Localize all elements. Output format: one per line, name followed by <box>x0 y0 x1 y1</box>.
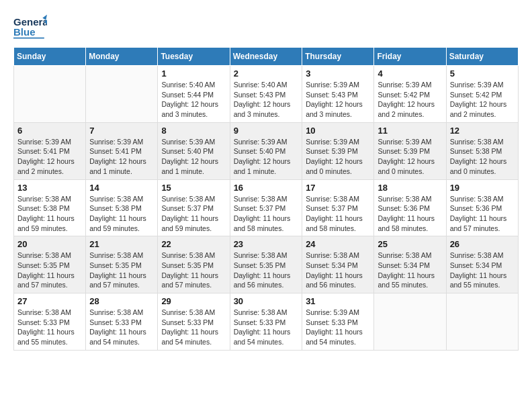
calendar-cell: 6Sunrise: 5:39 AM Sunset: 5:41 PM Daylig… <box>14 122 86 179</box>
calendar-cell: 4Sunrise: 5:39 AM Sunset: 5:42 PM Daylig… <box>374 66 446 123</box>
calendar-cell: 11Sunrise: 5:39 AM Sunset: 5:39 PM Dayli… <box>374 122 446 179</box>
day-number: 18 <box>378 183 442 193</box>
calendar-cell: 18Sunrise: 5:38 AM Sunset: 5:36 PM Dayli… <box>374 179 446 236</box>
day-info: Sunrise: 5:39 AM Sunset: 5:42 PM Dayligh… <box>450 80 515 120</box>
day-info: Sunrise: 5:38 AM Sunset: 5:33 PM Dayligh… <box>89 308 154 347</box>
day-info: Sunrise: 5:38 AM Sunset: 5:33 PM Dayligh… <box>161 308 226 347</box>
calendar-cell: 3Sunrise: 5:39 AM Sunset: 5:43 PM Daylig… <box>302 66 374 123</box>
calendar-cell: 19Sunrise: 5:38 AM Sunset: 5:36 PM Dayli… <box>446 179 518 236</box>
calendar-cell: 26Sunrise: 5:38 AM Sunset: 5:34 PM Dayli… <box>446 236 518 293</box>
day-number: 11 <box>378 126 442 136</box>
generalblue-logo-icon: General Blue <box>13 13 47 40</box>
day-number: 21 <box>89 239 154 249</box>
day-header-saturday: Saturday <box>446 48 518 66</box>
day-info: Sunrise: 5:38 AM Sunset: 5:38 PM Dayligh… <box>89 194 154 234</box>
day-number: 28 <box>89 296 154 306</box>
day-info: Sunrise: 5:39 AM Sunset: 5:39 PM Dayligh… <box>306 137 370 177</box>
day-number: 30 <box>234 296 299 306</box>
day-number: 4 <box>378 68 442 79</box>
calendar-week-row: 1Sunrise: 5:40 AM Sunset: 5:44 PM Daylig… <box>14 66 519 123</box>
calendar-table: SundayMondayTuesdayWednesdayThursdayFrid… <box>13 47 519 351</box>
calendar-cell: 12Sunrise: 5:38 AM Sunset: 5:38 PM Dayli… <box>446 122 518 179</box>
calendar-cell: 5Sunrise: 5:39 AM Sunset: 5:42 PM Daylig… <box>446 66 518 123</box>
day-info: Sunrise: 5:39 AM Sunset: 5:39 PM Dayligh… <box>378 137 442 177</box>
day-number: 2 <box>234 68 299 79</box>
day-number: 22 <box>161 239 226 249</box>
day-header-monday: Monday <box>86 48 158 66</box>
calendar-cell: 7Sunrise: 5:39 AM Sunset: 5:41 PM Daylig… <box>86 122 158 179</box>
day-info: Sunrise: 5:39 AM Sunset: 5:33 PM Dayligh… <box>306 308 370 347</box>
calendar-cell: 2Sunrise: 5:40 AM Sunset: 5:43 PM Daylig… <box>230 66 302 123</box>
day-info: Sunrise: 5:38 AM Sunset: 5:38 PM Dayligh… <box>17 194 82 234</box>
calendar-header-row: SundayMondayTuesdayWednesdayThursdayFrid… <box>14 48 519 66</box>
day-number: 20 <box>17 239 82 249</box>
day-header-friday: Friday <box>374 48 446 66</box>
calendar-cell: 27Sunrise: 5:38 AM Sunset: 5:33 PM Dayli… <box>14 293 86 351</box>
calendar-cell: 31Sunrise: 5:39 AM Sunset: 5:33 PM Dayli… <box>302 293 374 351</box>
calendar-cell: 16Sunrise: 5:38 AM Sunset: 5:37 PM Dayli… <box>230 179 302 236</box>
calendar-cell: 13Sunrise: 5:38 AM Sunset: 5:38 PM Dayli… <box>14 179 86 236</box>
day-info: Sunrise: 5:38 AM Sunset: 5:37 PM Dayligh… <box>161 194 226 234</box>
calendar-cell: 22Sunrise: 5:38 AM Sunset: 5:35 PM Dayli… <box>158 236 230 293</box>
logo: General Blue <box>13 13 50 40</box>
calendar-cell: 23Sunrise: 5:38 AM Sunset: 5:35 PM Dayli… <box>230 236 302 293</box>
calendar-cell: 15Sunrise: 5:38 AM Sunset: 5:37 PM Dayli… <box>158 179 230 236</box>
day-info: Sunrise: 5:38 AM Sunset: 5:36 PM Dayligh… <box>450 194 515 234</box>
day-info: Sunrise: 5:39 AM Sunset: 5:41 PM Dayligh… <box>89 137 154 177</box>
day-number: 15 <box>161 183 226 193</box>
day-info: Sunrise: 5:38 AM Sunset: 5:37 PM Dayligh… <box>234 194 299 234</box>
day-header-thursday: Thursday <box>302 48 374 66</box>
calendar-cell: 29Sunrise: 5:38 AM Sunset: 5:33 PM Dayli… <box>158 293 230 351</box>
day-info: Sunrise: 5:38 AM Sunset: 5:35 PM Dayligh… <box>17 250 82 290</box>
day-number: 29 <box>161 296 226 306</box>
day-number: 17 <box>306 183 370 193</box>
day-header-sunday: Sunday <box>14 48 86 66</box>
day-info: Sunrise: 5:38 AM Sunset: 5:34 PM Dayligh… <box>306 250 370 290</box>
day-info: Sunrise: 5:38 AM Sunset: 5:36 PM Dayligh… <box>378 194 442 234</box>
calendar-cell <box>446 293 518 351</box>
day-info: Sunrise: 5:38 AM Sunset: 5:35 PM Dayligh… <box>161 250 226 290</box>
calendar-week-row: 13Sunrise: 5:38 AM Sunset: 5:38 PM Dayli… <box>14 179 519 236</box>
day-number: 9 <box>234 126 299 136</box>
day-number: 10 <box>306 126 370 136</box>
calendar-cell: 17Sunrise: 5:38 AM Sunset: 5:37 PM Dayli… <box>302 179 374 236</box>
day-number: 7 <box>89 126 154 136</box>
day-info: Sunrise: 5:38 AM Sunset: 5:35 PM Dayligh… <box>234 250 299 290</box>
day-number: 1 <box>161 68 226 79</box>
calendar-week-row: 20Sunrise: 5:38 AM Sunset: 5:35 PM Dayli… <box>14 236 519 293</box>
day-number: 14 <box>89 183 154 193</box>
day-header-tuesday: Tuesday <box>158 48 230 66</box>
day-info: Sunrise: 5:39 AM Sunset: 5:40 PM Dayligh… <box>161 137 226 177</box>
calendar-week-row: 27Sunrise: 5:38 AM Sunset: 5:33 PM Dayli… <box>14 293 519 351</box>
page-header: General Blue <box>13 13 519 40</box>
day-info: Sunrise: 5:38 AM Sunset: 5:38 PM Dayligh… <box>450 137 515 177</box>
day-info: Sunrise: 5:40 AM Sunset: 5:44 PM Dayligh… <box>161 80 226 120</box>
day-info: Sunrise: 5:38 AM Sunset: 5:33 PM Dayligh… <box>17 308 82 347</box>
day-info: Sunrise: 5:38 AM Sunset: 5:37 PM Dayligh… <box>306 194 370 234</box>
day-number: 25 <box>378 239 442 249</box>
day-number: 13 <box>17 183 82 193</box>
day-number: 27 <box>17 296 82 306</box>
calendar-week-row: 6Sunrise: 5:39 AM Sunset: 5:41 PM Daylig… <box>14 122 519 179</box>
day-info: Sunrise: 5:38 AM Sunset: 5:33 PM Dayligh… <box>234 308 299 347</box>
svg-text:Blue: Blue <box>13 26 36 38</box>
day-number: 24 <box>306 239 370 249</box>
day-number: 8 <box>161 126 226 136</box>
day-info: Sunrise: 5:40 AM Sunset: 5:43 PM Dayligh… <box>234 80 299 120</box>
day-number: 23 <box>234 239 299 249</box>
calendar-cell: 28Sunrise: 5:38 AM Sunset: 5:33 PM Dayli… <box>86 293 158 351</box>
day-info: Sunrise: 5:38 AM Sunset: 5:34 PM Dayligh… <box>450 250 515 290</box>
day-number: 6 <box>17 126 82 136</box>
day-info: Sunrise: 5:39 AM Sunset: 5:42 PM Dayligh… <box>378 80 442 120</box>
calendar-cell: 30Sunrise: 5:38 AM Sunset: 5:33 PM Dayli… <box>230 293 302 351</box>
day-info: Sunrise: 5:39 AM Sunset: 5:43 PM Dayligh… <box>306 80 370 120</box>
day-info: Sunrise: 5:38 AM Sunset: 5:34 PM Dayligh… <box>378 250 442 290</box>
day-header-wednesday: Wednesday <box>230 48 302 66</box>
calendar-cell: 8Sunrise: 5:39 AM Sunset: 5:40 PM Daylig… <box>158 122 230 179</box>
calendar-cell: 10Sunrise: 5:39 AM Sunset: 5:39 PM Dayli… <box>302 122 374 179</box>
day-info: Sunrise: 5:38 AM Sunset: 5:35 PM Dayligh… <box>89 250 154 290</box>
day-number: 19 <box>450 183 515 193</box>
day-number: 31 <box>306 296 370 306</box>
calendar-cell: 20Sunrise: 5:38 AM Sunset: 5:35 PM Dayli… <box>14 236 86 293</box>
day-number: 16 <box>234 183 299 193</box>
